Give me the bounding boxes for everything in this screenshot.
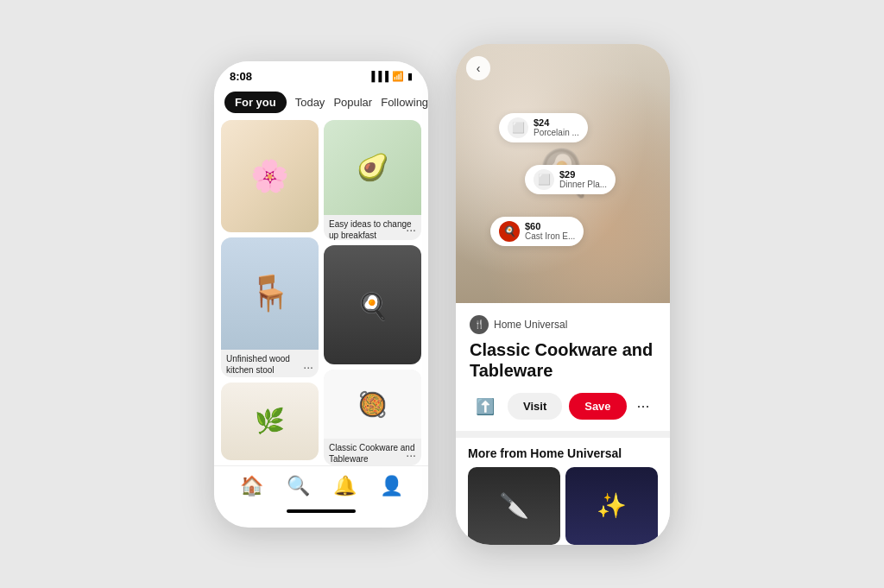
more-grid: 🔪 ✨ — [468, 467, 658, 545]
share-button[interactable]: ⬆️ — [470, 391, 501, 422]
tab-following[interactable]: Following — [381, 96, 428, 109]
cast-iron-info: $60 Cast Iron E... — [525, 221, 575, 241]
home-nav-icon[interactable]: 🏠 — [240, 475, 263, 497]
home-indicator — [287, 509, 356, 513]
profile-nav-icon[interactable]: 👤 — [380, 475, 403, 497]
brand-icon: 🍴 — [470, 315, 489, 334]
tab-popular[interactable]: Popular — [333, 96, 372, 109]
wifi-icon: 📶 — [392, 71, 404, 82]
pin-card-plant[interactable] — [221, 383, 319, 460]
pin-card-kitchen[interactable] — [324, 245, 421, 364]
save-button[interactable]: Save — [569, 393, 626, 420]
tab-today[interactable]: Today — [295, 96, 325, 109]
right-phone: 🍳 ‹ ⬜ $24 Porcelain ... ⬜ $29 Din — [456, 44, 670, 545]
pin-col-right: Easy ideas to change up breakfast ··· Cl… — [324, 120, 421, 465]
pin-card-cookware[interactable]: Classic Cookware and Tableware ··· — [324, 370, 421, 465]
cast-iron-icon: 🍳 — [499, 221, 520, 242]
pin-col-left: Unfinished wood kitchen stool ··· — [221, 120, 319, 465]
more-button[interactable]: ··· — [637, 397, 650, 415]
food-image — [324, 120, 421, 215]
porcelain-name: Porcelain ... — [534, 128, 579, 137]
brand-name: Home Universal — [494, 319, 567, 331]
dinner-info: $29 Dinner Pla... — [559, 169, 607, 189]
notifications-nav-icon[interactable]: 🔔 — [333, 475, 357, 497]
more-from-section: More from Home Universal 🔪 ✨ — [456, 431, 670, 545]
cookware-dots[interactable]: ··· — [406, 448, 416, 462]
nav-tabs: For you Today Popular Following Re — [214, 86, 428, 120]
porcelain-icon: ⬜ — [508, 117, 528, 138]
tab-for-you[interactable]: For you — [224, 92, 287, 113]
cookware-image — [324, 370, 421, 439]
porcelain-info: $24 Porcelain ... — [534, 117, 579, 137]
product-tag-porcelain[interactable]: ⬜ $24 Porcelain ... — [499, 113, 588, 142]
action-row: ⬆️ Visit Save ··· — [470, 391, 656, 422]
pin-card-food[interactable]: Easy ideas to change up breakfast ··· — [324, 120, 421, 241]
cast-iron-price: $60 — [525, 221, 575, 231]
stool-dots[interactable]: ··· — [303, 360, 313, 374]
dinner-icon: ⬜ — [534, 169, 554, 190]
pin-grid: Unfinished wood kitchen stool ··· Easy i… — [214, 120, 428, 465]
product-detail: 🍴 Home Universal Classic Cookware and Ta… — [456, 303, 670, 431]
status-bar-left: 8:08 ▐▐▐ 📶 ▮ — [214, 61, 428, 86]
kitchen-hero: 🍳 ‹ ⬜ $24 Porcelain ... ⬜ $29 Din — [456, 44, 670, 303]
kitchen-image — [324, 245, 421, 364]
more-card-knives[interactable]: 🔪 — [468, 467, 560, 545]
stool-image — [221, 237, 319, 350]
plant-image — [221, 383, 319, 460]
food-dots[interactable]: ··· — [406, 223, 416, 237]
signal-icon: ▐▐▐ — [369, 71, 388, 81]
flowers-image — [221, 120, 319, 232]
more-from-title: More from Home Universal — [468, 446, 658, 460]
dinner-name: Dinner Pla... — [559, 180, 607, 189]
left-phone: 8:08 ▐▐▐ 📶 ▮ For you Today Popular Follo… — [214, 61, 428, 528]
search-nav-icon[interactable]: 🔍 — [287, 475, 310, 497]
dinner-price: $29 — [559, 169, 607, 180]
pin-card-flowers[interactable] — [221, 120, 319, 232]
pin-card-stool[interactable]: Unfinished wood kitchen stool ··· — [221, 237, 319, 377]
status-icons: ▐▐▐ 📶 ▮ — [369, 71, 413, 82]
phones-container: 8:08 ▐▐▐ 📶 ▮ For you Today Popular Follo… — [214, 44, 670, 545]
product-title: Classic Cookware and Tableware — [470, 339, 656, 381]
status-time: 8:08 — [230, 70, 252, 83]
product-tag-cast-iron[interactable]: 🍳 $60 Cast Iron E... — [490, 217, 584, 246]
battery-icon: ▮ — [407, 71, 413, 82]
bottom-nav: 🏠 🔍 🔔 👤 — [214, 465, 428, 509]
visit-button[interactable]: Visit — [508, 393, 562, 420]
right-phone-content: 🍳 ‹ ⬜ $24 Porcelain ... ⬜ $29 Din — [456, 44, 670, 545]
brand-row: 🍴 Home Universal — [470, 315, 656, 334]
cast-iron-name: Cast Iron E... — [525, 231, 575, 241]
product-tag-dinner[interactable]: ⬜ $29 Dinner Pla... — [525, 165, 616, 194]
back-button[interactable]: ‹ — [466, 56, 490, 80]
more-card-lights[interactable]: ✨ — [565, 467, 658, 545]
porcelain-price: $24 — [534, 117, 579, 128]
